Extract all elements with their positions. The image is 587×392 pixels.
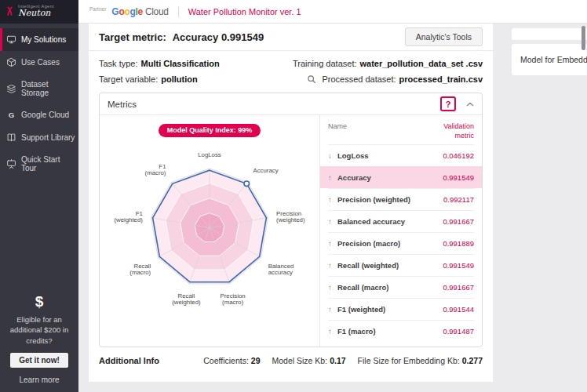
additional-info-bar: Additional Info Coefficients:29Model Siz… (89, 347, 493, 374)
sidebar-item-label: Support Library (21, 133, 75, 142)
sidebar-item-quick-start-tour[interactable]: Quick Start Tour (0, 149, 78, 179)
sidebar-item-dataset-storage[interactable]: Dataset Storage (0, 74, 78, 103)
table-row[interactable]: ↑Recall (macro)0.991667 (328, 276, 474, 298)
right-panel-edge (512, 28, 587, 40)
processed-dataset-line: Processed dataset: processed_train.csv (307, 74, 483, 84)
task-type-label: Task type: (99, 59, 138, 68)
metric-name: F1 (macro) (337, 327, 376, 336)
metrics-table: Name Validation metric ↓LogLoss0.046192↑… (319, 115, 482, 347)
solution-info: Task type: Multi Classification Target v… (89, 51, 493, 91)
stat-item: File Size for Embedding Kb:0.277 (358, 356, 483, 365)
up-arrow-icon: ↑ (328, 217, 337, 226)
svg-text:Recall(weighted): Recall(weighted) (172, 292, 201, 306)
sidebar-item-my-solutions[interactable]: My Solutions (0, 28, 78, 51)
task-type-line: Task type: Multi Classification (99, 59, 220, 68)
sidebar-item-support-library[interactable]: Support Library (0, 126, 78, 149)
model-quality-badge: Model Quality Index: 99% (159, 124, 261, 137)
processed-dataset-label: Processed dataset: (322, 74, 396, 84)
sidebar-item-label: Quick Start Tour (21, 155, 75, 172)
table-row[interactable]: ↑F1 (weighted)0.991544 (328, 298, 474, 320)
table-row[interactable]: ↑Precision (weighted)0.992117 (328, 188, 474, 210)
metric-value: 0.991667 (443, 217, 474, 226)
additional-info-title: Additional Info (99, 356, 159, 365)
collapse-chevron-icon[interactable] (466, 101, 474, 107)
stat-item: Model Size Kb:0.17 (272, 356, 346, 365)
svg-text:Balancedaccuracy: Balancedaccuracy (268, 263, 294, 276)
info-right-column: Training dataset: water_pollution_data_s… (293, 59, 483, 84)
brand-name: Neuton (18, 9, 54, 19)
table-row[interactable]: ↓LogLoss0.046192 (328, 144, 474, 166)
up-arrow-icon: ↑ (328, 173, 337, 182)
metrics-panel-title: Metrics (108, 100, 137, 109)
svg-text:G: G (9, 111, 15, 119)
metric-value: 0.991667 (443, 283, 474, 292)
cloud-label: Cloud (145, 6, 169, 17)
metric-value: 0.046192 (443, 151, 474, 160)
target-metric-value: Accuracy 0.991549 (173, 31, 264, 43)
use-cases-icon (6, 57, 16, 67)
topbar: Intelligent Agent Neuton Partner Google … (0, 0, 587, 24)
dollar-icon: $ (0, 293, 78, 310)
target-metric-label: Target metric: (99, 31, 166, 43)
target-variable-value: pollution (161, 74, 197, 84)
metrics-panel: Metrics ? Model Quality Index: 99% LogLo… (99, 93, 483, 347)
dataset-icon (6, 84, 16, 94)
neuton-ribbon-icon (5, 5, 14, 17)
up-arrow-icon: ↑ (328, 239, 337, 248)
metric-name: LogLoss (337, 151, 369, 160)
google-cloud-icon: G (6, 110, 16, 120)
solution-header: Target metric: Accuracy 0.991549 Analyti… (89, 24, 493, 51)
up-arrow-icon: ↑ (328, 283, 337, 292)
metrics-panel-header: Metrics ? (100, 93, 482, 115)
svg-text:F1(macro): F1(macro) (145, 162, 166, 176)
learn-more-link[interactable]: Learn more (0, 376, 78, 384)
processed-dataset-value: processed_train.csv (399, 74, 483, 84)
sidebar-item-label: Use Cases (21, 58, 60, 67)
metric-value: 0.991487 (443, 327, 474, 336)
target-variable-line: Target variable: pollution (99, 74, 220, 84)
partner-label: Partner (89, 6, 106, 12)
column-header-validation-metric: Validation metric (428, 122, 474, 140)
sidebar-item-use-cases[interactable]: Use Cases (0, 51, 78, 74)
column-header-name: Name (328, 122, 347, 130)
table-row[interactable]: ↑F1 (macro)0.991487 (328, 320, 474, 342)
up-arrow-icon: ↑ (328, 327, 337, 336)
stat-item: Coefficients:29 (203, 356, 260, 365)
sidebar-item-google-cloud[interactable]: GGoogle Cloud (0, 103, 78, 126)
model-for-embedding-label: Model for Embedd (520, 55, 587, 64)
model-for-embedding-card[interactable]: Model for Embedd (512, 44, 587, 75)
divider (178, 6, 179, 17)
analytics-tools-button[interactable]: Analytic's Tools (405, 27, 483, 46)
table-row[interactable]: ↑Accuracy0.991549 (320, 166, 482, 188)
table-row[interactable]: ↑Balanced accuracy0.991667 (328, 210, 474, 232)
get-it-now-button[interactable]: Get it now! (10, 353, 68, 368)
radar-wrap: LogLossAccuracyPrecision(weighted)Balanc… (100, 139, 319, 314)
help-button[interactable]: ? (440, 96, 456, 111)
metric-name: F1 (weighted) (337, 305, 385, 314)
training-dataset-value: water_pollution_data_set .csv (360, 59, 483, 68)
metric-name: Recall (weighted) (337, 261, 399, 270)
promo-text: Eligible for an additional $200 in credi… (0, 310, 78, 347)
up-arrow-icon: ↑ (328, 195, 337, 204)
solution-title: Water Pollution Monitor ver. 1 (188, 7, 301, 16)
metric-value: 0.992117 (443, 195, 474, 204)
up-arrow-icon: ↑ (328, 261, 337, 270)
credits-promo: $ Eligible for an additional $200 in cre… (0, 293, 78, 384)
table-row[interactable]: ↑Precision (macro)0.991889 (328, 232, 474, 254)
google-logo-letters: Google (111, 6, 143, 17)
metric-name: Precision (weighted) (337, 195, 410, 204)
metrics-panel-body: Model Quality Index: 99% LogLossAccuracy… (100, 115, 482, 347)
sidebar: My SolutionsUse CasesDataset StorageGGoo… (0, 24, 78, 392)
svg-text:Precision(macro): Precision(macro) (220, 292, 245, 306)
metric-value: 0.991549 (443, 261, 474, 270)
training-dataset-label: Training dataset: (293, 59, 357, 68)
app-logo[interactable]: Intelligent Agent Neuton (0, 0, 78, 24)
down-arrow-icon: ↓ (328, 151, 337, 160)
target-variable-label: Target variable: (99, 74, 158, 84)
metric-name: Balanced accuracy (337, 217, 405, 226)
vertical-scrollbar[interactable] (582, 26, 585, 50)
metric-value: 0.991549 (443, 173, 474, 182)
metric-name: Accuracy (337, 173, 371, 182)
table-row[interactable]: ↑Recall (weighted)0.991549 (328, 254, 474, 276)
search-icon[interactable] (307, 74, 316, 84)
